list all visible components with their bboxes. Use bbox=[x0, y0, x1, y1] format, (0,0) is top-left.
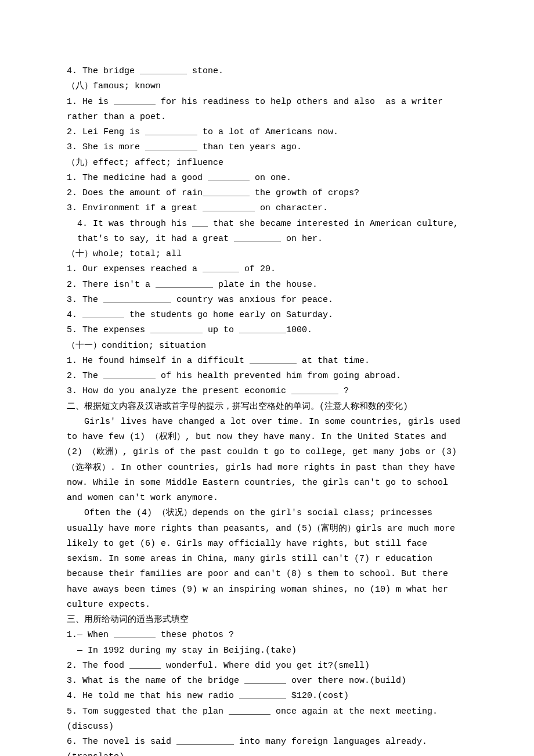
section-label: （十）whole; total; all bbox=[67, 247, 467, 262]
exercise-line: 3. She is more __________ than ten years… bbox=[67, 140, 467, 155]
section-label: （十一）condition; situation bbox=[67, 339, 467, 354]
exercise-line: 4. He told me that his new radio _______… bbox=[67, 689, 467, 704]
exercise-line: 1. He is ________ for his readiness to h… bbox=[67, 95, 467, 125]
exercise-line: 2. The food ______ wonderful. Where did … bbox=[67, 658, 467, 674]
exercise-line: 1.— When ________ these photos ? bbox=[67, 628, 467, 643]
exercise-line: 1. The medicine had a good ________ on o… bbox=[67, 171, 467, 186]
exercise-line: 5. The expenses __________ up to _______… bbox=[67, 323, 467, 338]
exercise-line: 4. It was through his ___ that she becam… bbox=[67, 217, 467, 247]
exercise-line: 1. He found himself in a difficult _____… bbox=[67, 354, 467, 369]
exercise-line: 1. Our expenses reached a _______ of 20. bbox=[67, 262, 467, 277]
section-label: （八）famous; known bbox=[67, 79, 467, 94]
exercise-line: 3. Environment if a great __________ on … bbox=[67, 201, 467, 216]
passage-paragraph: Often the (4) （状况）depends on the girl's … bbox=[67, 506, 467, 613]
exercise-line: 4. The bridge _________ stone. bbox=[67, 64, 467, 79]
exercise-line: 3. What is the name of the bridge ______… bbox=[67, 674, 467, 689]
section-label: （九）effect; affect; influence bbox=[67, 156, 467, 171]
exercise-line: 3. The _____________ country was anxious… bbox=[67, 293, 467, 308]
exercise-line: 4. ________ the students go home early o… bbox=[67, 308, 467, 323]
exercise-line: — In 1992 during my stay in Beijing.(tak… bbox=[67, 643, 467, 658]
passage-paragraph: Girls' lives have changed a lot over tim… bbox=[67, 415, 467, 506]
exercise-line: 2. The __________ of his health prevente… bbox=[67, 369, 467, 384]
exercise-line: 2. There isn't a ___________ plate in th… bbox=[67, 278, 467, 293]
exercise-line: 2. Lei Feng is __________ to a lot of Am… bbox=[67, 125, 467, 140]
section-heading: 三、用所给动词的适当形式填空 bbox=[67, 613, 467, 628]
section-heading: 二、根据短文内容及汉语或首字母的提示，拼写出空格处的单词。(注意人称和数的变化) bbox=[67, 399, 467, 415]
exercise-line: 5. Tom suggested that the plan ________ … bbox=[67, 704, 467, 735]
exercise-line: 2. Does the amount of rain_________ the … bbox=[67, 186, 467, 201]
document-page: 4. The bridge _________ stone. （八）famous… bbox=[0, 0, 534, 756]
exercise-line: 3. How do you analyze the present econom… bbox=[67, 384, 467, 399]
exercise-line: 6. The novel is said ___________ into ma… bbox=[67, 735, 467, 756]
